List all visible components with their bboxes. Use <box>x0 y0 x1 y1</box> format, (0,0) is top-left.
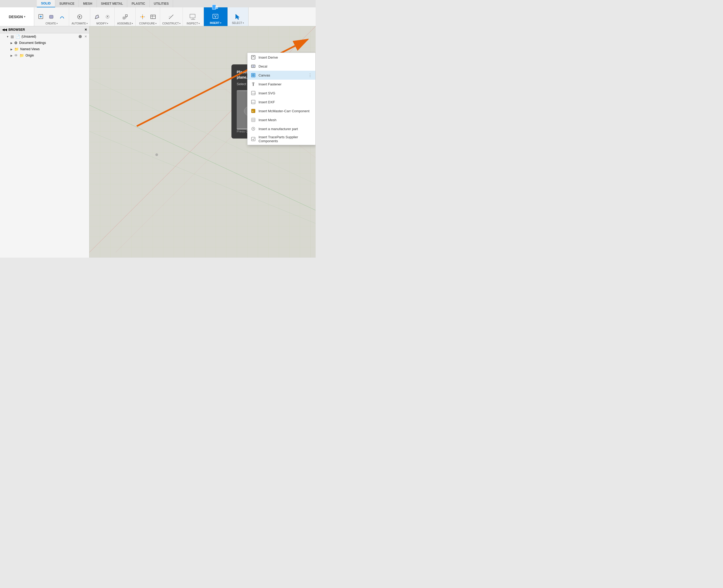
assemble-icon[interactable] <box>120 12 130 22</box>
origin-label: Origin <box>25 54 34 57</box>
configure-label[interactable]: CONFIGURE ▾ <box>139 22 157 25</box>
svg-rect-17 <box>212 5 216 9</box>
modify-section: MODIFY ▾ <box>90 7 115 26</box>
browser-title: BROWSER <box>8 28 25 31</box>
insert-svg-label: Insert SVG <box>259 91 275 95</box>
toolbar: DESIGN ▾ <box>0 7 316 26</box>
select-icon[interactable] <box>233 12 242 22</box>
menu-item-insert-derive[interactable]: Insert Derive <box>247 53 315 62</box>
settings-icon: ⚙ <box>14 41 18 45</box>
tab-row: SOLID SURFACE MESH SHEET METAL PLASTIC U… <box>0 0 316 7</box>
inspect-label[interactable]: INSPECT ▾ <box>187 22 200 25</box>
create-body-icon[interactable] <box>47 12 56 22</box>
traceparts-icon <box>250 136 256 142</box>
construct-label[interactable]: CONSTRUCT ▾ <box>162 22 180 25</box>
tab-solid[interactable]: SOLID <box>37 0 55 7</box>
svg-rect-11 <box>151 15 156 19</box>
canvas-icon <box>250 72 256 78</box>
menu-item-mcmaster[interactable]: M Insert McMaster-Carr Component <box>247 106 315 115</box>
decal-label: Decal <box>259 64 267 68</box>
origin-folder-icon: 📁 <box>19 54 24 58</box>
browser-close-btn[interactable]: ✕ <box>84 28 87 31</box>
create-new-icon[interactable] <box>36 12 46 22</box>
menu-item-canvas[interactable]: Canvas ⋮ <box>247 71 315 80</box>
create-arrow: ▾ <box>57 22 58 25</box>
modify-icon2[interactable] <box>103 12 112 22</box>
center-cross: ⊕ <box>155 152 158 157</box>
automate-section: AUTOMATE ▾ <box>69 7 90 26</box>
automate-label[interactable]: AUTOMATE ▾ <box>72 22 87 25</box>
assemble-icons <box>120 12 130 22</box>
svg-rect-3 <box>49 15 53 18</box>
eye-icon: 👁 <box>14 54 18 58</box>
design-button[interactable]: DESIGN ▾ <box>0 7 34 26</box>
create-arc-icon[interactable] <box>57 12 67 22</box>
svg-rect-45 <box>252 74 254 76</box>
modify-icon1[interactable] <box>92 12 102 22</box>
browser-item-unsaved[interactable]: ▼ ▦ 📄 (Unsaved) ✕ <box>0 34 89 40</box>
configure-section: CONFIGURE ▾ <box>136 7 160 26</box>
svg-rect-47 <box>252 83 255 83</box>
svg-point-43 <box>253 65 254 67</box>
create-section: CREATE ▾ <box>34 7 69 26</box>
insert-icon2[interactable] <box>211 12 220 22</box>
canvas-label: Canvas <box>259 74 270 77</box>
insert-mesh-label: Insert Mesh <box>259 118 276 122</box>
tab-mesh[interactable]: MESH <box>79 0 97 7</box>
browser-item-named-views[interactable]: ▶ 📁 Named Views <box>0 46 89 52</box>
menu-item-insert-mesh[interactable]: Insert Mesh <box>247 115 315 124</box>
insert-label[interactable]: INSERT ▾ <box>210 22 221 24</box>
svg-rect-54 <box>252 118 255 122</box>
configure-icon[interactable] <box>138 12 147 22</box>
browser-item-doc-settings[interactable]: ▶ ⚙ Document Settings <box>0 40 89 46</box>
design-dropdown-arrow: ▾ <box>24 15 25 18</box>
construct-icons <box>166 12 176 22</box>
svg-text:SVG: SVG <box>252 92 256 94</box>
automate-icons <box>75 12 84 22</box>
menu-item-decal[interactable]: Decal <box>247 62 315 71</box>
tab-surface[interactable]: SURFACE <box>55 0 79 7</box>
fastener-icon <box>250 82 256 87</box>
close-unsaved[interactable]: ✕ <box>84 35 87 38</box>
expand-arrow-2: ▶ <box>11 42 13 44</box>
browser-item-origin[interactable]: ▶ 👁 📁 Origin <box>0 52 89 59</box>
viewport: ⊕ Places an image on a <box>89 26 316 258</box>
insert-fastener-label: Insert Fastener <box>259 82 281 86</box>
assemble-section: ASSEMBLE ▾ <box>115 7 136 26</box>
automate-icon[interactable] <box>75 12 84 22</box>
menu-item-insert-fastener[interactable]: Insert Fastener <box>247 80 315 89</box>
expand-arrow-4: ▶ <box>11 54 13 57</box>
menu-item-insert-dxf[interactable]: DXF Insert DXF <box>247 98 315 106</box>
insert-icon1[interactable] <box>211 3 220 12</box>
inspect-icon[interactable] <box>188 12 198 22</box>
tab-utilities[interactable]: UTILITIES <box>149 0 173 7</box>
unsaved-label: (Unsaved) <box>22 35 36 38</box>
insert-icons <box>211 3 220 22</box>
tab-sheet-metal[interactable]: SHEET METAL <box>97 0 127 7</box>
mcmaster-icon: M <box>250 108 256 113</box>
select-icons <box>233 12 242 22</box>
modify-label[interactable]: MODIFY ▾ <box>97 22 108 25</box>
create-label[interactable]: CREATE ▾ <box>45 22 58 25</box>
insert-derive-label: Insert Derive <box>259 56 278 59</box>
traceparts-label: Insert TraceParts Supplier Components <box>259 135 312 143</box>
canvas-more-btn[interactable]: ⋮ <box>308 73 312 78</box>
construct-icon[interactable] <box>166 12 176 22</box>
tab-plastic[interactable]: PLASTIC <box>127 0 149 7</box>
menu-item-insert-svg[interactable]: SVG Insert SVG <box>247 89 315 98</box>
mesh-icon <box>250 117 256 123</box>
browser-panel: ◀◀ BROWSER ✕ ▼ ▦ 📄 (Unsaved) ✕ ▶ ⚙ Docum… <box>0 26 89 258</box>
inspect-section: INSPECT ▾ <box>183 7 204 26</box>
configure-table-icon[interactable] <box>148 12 158 22</box>
create-icons <box>36 12 67 22</box>
decal-icon <box>250 64 256 69</box>
select-label[interactable]: SELECT ▾ <box>232 22 244 24</box>
svg-rect-6 <box>123 17 125 19</box>
menu-item-traceparts[interactable]: Insert TraceParts Supplier Components <box>247 133 315 145</box>
mcmaster-label: Insert McMaster-Carr Component <box>259 109 309 113</box>
manufacturer-label: Insert a manufacturer part <box>259 127 298 131</box>
assemble-label[interactable]: ASSEMBLE ▾ <box>117 22 133 25</box>
browser-collapse-left[interactable]: ◀◀ <box>2 28 7 31</box>
design-label: DESIGN <box>9 15 23 19</box>
menu-item-manufacturer[interactable]: Insert a manufacturer part <box>247 124 315 133</box>
